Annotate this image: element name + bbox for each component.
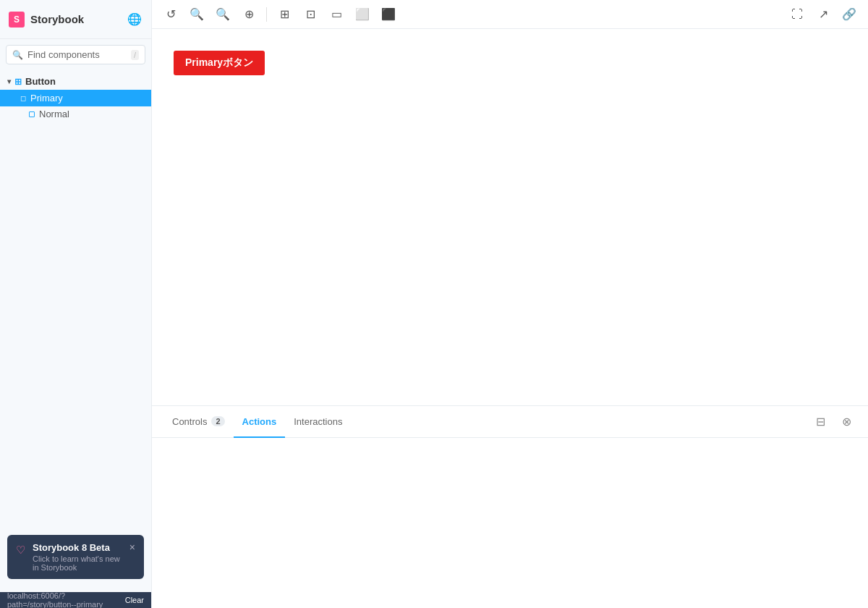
sidebar-tree: ▾ ⊞ Button ◻ Primary Normal [0,70,151,592]
tab-actions[interactable]: Actions [234,407,286,438]
sidebar-item-primary[interactable]: ◻ Primary [0,90,151,106]
component-icon: ⊞ [14,77,22,87]
toolbar: ↺ 🔍 🔍 ⊕ ⊞ ⊡ ▭ ⬜ ⬛ ⛶ ↗ 🔗 [152,0,868,29]
search-bar[interactable]: 🔍 Find components / [6,45,145,64]
clear-button[interactable]: Clear [125,596,144,604]
refresh-button[interactable]: ↺ [161,4,181,25]
panel-split-button[interactable]: ⊟ [810,412,830,432]
fullscreen-button[interactable]: ⬛ [378,4,399,25]
panel-close-button[interactable]: ⊗ [836,412,856,432]
tab-controls[interactable]: Controls 2 [163,407,234,438]
tree-group-button[interactable]: ▾ ⊞ Button [0,73,151,90]
zoom-in-button[interactable]: ⊕ [239,4,259,25]
status-bar: localhost:6006/?path=/story/button--prim… [0,592,151,608]
external-link-button[interactable]: ↗ [813,4,833,25]
sidebar-header: S Storybook 🌐 [0,0,151,39]
toolbar-right: ⛶ ↗ 🔗 [787,4,859,25]
sidebar-item-primary-label: Primary [30,93,63,104]
panel-tab-right: ⊟ ⊗ [810,412,856,432]
desktop-button[interactable]: ⬜ [352,4,373,25]
copy-link-button[interactable]: 🔗 [839,4,859,25]
search-placeholder: Find components [27,49,127,60]
heart-icon: ♡ [16,544,25,557]
notification-subtitle: Click to learn what's new in Storybook [33,554,122,572]
notification-close-button[interactable]: × [129,542,135,552]
sidebar: S Storybook 🌐 🔍 Find components / ▾ ⊞ Bu… [0,0,152,608]
notification-text: Storybook 8 Beta Click to learn what's n… [33,542,122,572]
tab-actions-label: Actions [242,416,277,427]
zoom-reset-button[interactable]: 🔍 [213,4,233,25]
story-dot-normal [29,111,35,117]
panel-content [152,438,868,608]
expand-button[interactable]: ⛶ [787,4,807,25]
chevron-down-icon: ▾ [7,77,11,85]
controls-badge: 2 [211,416,224,426]
panel-tabs: Controls 2 Actions Interactions ⊟ ⊗ [152,406,868,438]
bottom-panel: Controls 2 Actions Interactions ⊟ ⊗ [152,405,868,608]
toolbar-separator-1 [266,7,267,22]
preview-area: Primaryボタン [152,29,868,405]
preview-primary-button[interactable]: Primaryボタン [174,51,265,75]
update-icon[interactable]: 🌐 [127,12,142,28]
zoom-out-button[interactable]: 🔍 [187,4,207,25]
sidebar-item-normal[interactable]: Normal [0,106,151,122]
outline-button[interactable]: ⊡ [300,4,320,25]
story-icon-primary: ◻ [20,94,26,102]
notification-banner[interactable]: ♡ Storybook 8 Beta Click to learn what's… [7,535,144,579]
main-area: ↺ 🔍 🔍 ⊕ ⊞ ⊡ ▭ ⬜ ⬛ ⛶ ↗ 🔗 Primaryボタン Cont [152,0,868,608]
notification-title: Storybook 8 Beta [33,542,122,553]
measure-button[interactable]: ▭ [326,4,346,25]
url-label: localhost:6006/?path=/story/button--prim… [7,591,125,608]
tab-controls-label: Controls [172,416,207,427]
app-title: Storybook [30,13,84,25]
search-shortcut: / [131,50,139,60]
tab-interactions[interactable]: Interactions [285,407,351,438]
tree-group-label: Button [25,76,56,87]
storybook-logo-icon: S [9,12,25,28]
logo-area: S Storybook [9,12,84,28]
sidebar-item-normal-label: Normal [39,109,69,119]
grid-button[interactable]: ⊞ [274,4,294,25]
search-icon: 🔍 [12,50,23,60]
tab-interactions-label: Interactions [294,416,342,427]
